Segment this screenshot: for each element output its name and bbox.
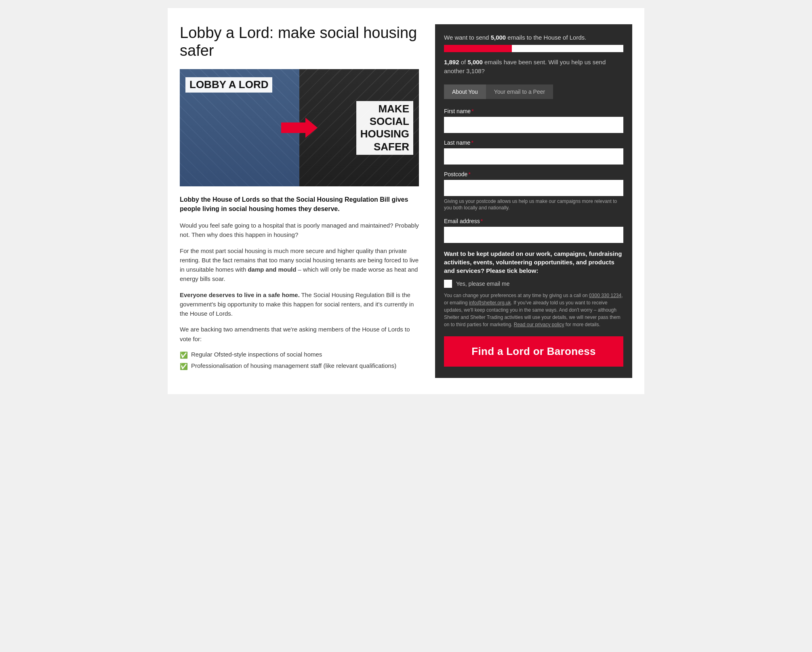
first-name-label: First name* <box>444 108 623 114</box>
para3: Everyone deserves to live in a safe home… <box>180 290 419 319</box>
first-name-input[interactable] <box>444 117 623 133</box>
phone-link[interactable]: 0300 330 1234 <box>589 293 621 298</box>
last-name-group: Last name* <box>444 139 623 165</box>
checkbox-row: Yes, please email me <box>444 280 623 288</box>
hero-image: LOBBY A LORD MAKESOCIALHOUSINGSAFER <box>180 69 419 186</box>
privacy-text: You can change your preferences at any t… <box>444 292 623 328</box>
postcode-hint: Giving us your postcode allows us help u… <box>444 198 623 212</box>
list-item: ✅ Professionalisation of housing managem… <box>180 362 419 370</box>
postcode-input[interactable] <box>444 180 623 196</box>
first-name-group: First name* <box>444 108 623 133</box>
check-icon: ✅ <box>180 351 188 359</box>
progress-bar-fill <box>444 45 512 52</box>
privacy-policy-link[interactable]: Read our privacy policy <box>514 322 564 327</box>
email-input[interactable] <box>444 227 623 243</box>
para1: Would you feel safe going to a hospital … <box>180 221 419 240</box>
postcode-label: Postcode* <box>444 171 623 177</box>
progress-bar-container <box>444 45 623 52</box>
find-lord-button[interactable]: Find a Lord or Baroness <box>444 336 623 367</box>
checklist: ✅ Regular Ofsted-style inspections of so… <box>180 351 419 370</box>
email-label: Email address* <box>444 218 623 224</box>
para4: We are backing two amendments that we're… <box>180 325 419 344</box>
progress-header: We want to send 5,000 emails to the Hous… <box>444 34 623 41</box>
intro-bold: Lobby the House of Lords so that the Soc… <box>180 195 419 213</box>
updates-section: Want to be kept updated on our work, cam… <box>444 249 623 328</box>
tab-email-peer[interactable]: Your email to a Peer <box>486 84 553 99</box>
tabs: About You Your email to a Peer <box>444 84 623 99</box>
updates-title: Want to be kept updated on our work, cam… <box>444 249 623 275</box>
page-wrapper: Lobby a Lord: make social housing safer … <box>168 8 644 394</box>
list-item: ✅ Regular Ofsted-style inspections of so… <box>180 351 419 359</box>
para2: For the most part social housing is much… <box>180 246 419 284</box>
last-name-label: Last name* <box>444 139 623 146</box>
hero-right-text: MAKESOCIALHOUSINGSAFER <box>356 101 413 155</box>
email-group: Email address* <box>444 218 623 243</box>
svg-marker-0 <box>281 118 318 138</box>
left-column: Lobby a Lord: make social housing safer … <box>180 24 435 378</box>
last-name-input[interactable] <box>444 148 623 165</box>
right-column: We want to send 5,000 emails to the Hous… <box>435 24 632 378</box>
page-title: Lobby a Lord: make social housing safer <box>180 24 419 59</box>
email-consent-checkbox[interactable] <box>444 280 452 288</box>
postcode-group: Postcode* Giving us your postcode allows… <box>444 171 623 212</box>
tab-about-you[interactable]: About You <box>444 84 486 99</box>
email-link[interactable]: info@shelter.org.uk <box>469 300 511 306</box>
hero-left-text: LOBBY A LORD <box>185 77 272 93</box>
checkbox-label: Yes, please email me <box>456 281 510 287</box>
arrow-overlay <box>281 118 318 138</box>
check-icon: ✅ <box>180 363 188 370</box>
progress-subtext: 1,892 of 5,000 emails have been sent. Wi… <box>444 58 623 76</box>
